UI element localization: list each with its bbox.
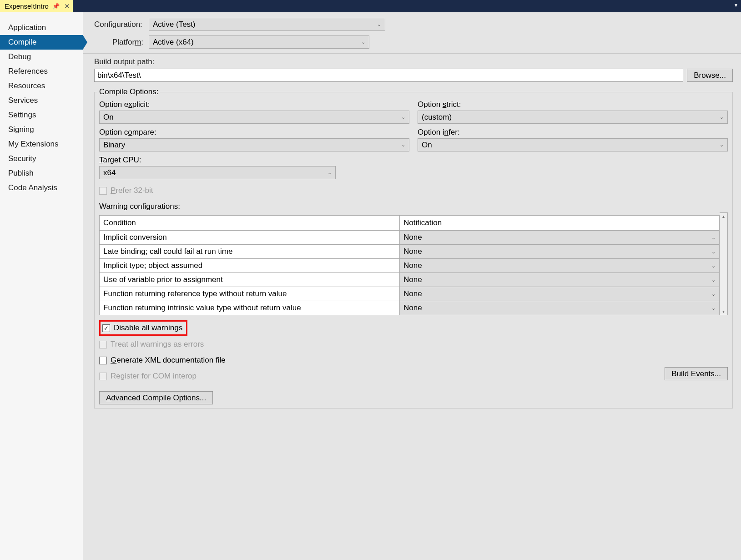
notification-combo[interactable]: None⌄ <box>400 259 719 272</box>
condition-cell: Use of variable prior to assignment <box>100 273 400 287</box>
compile-options-legend: Compile Options: <box>97 87 160 96</box>
condition-cell: Implicit type; object assumed <box>100 259 400 273</box>
col-condition[interactable]: Condition <box>100 216 400 231</box>
sidebar-item-compile[interactable]: Compile <box>0 35 83 50</box>
chevron-down-icon: ⌄ <box>328 170 332 176</box>
configuration-label: Configuration: <box>94 20 149 29</box>
register-com-checkbox <box>99 373 107 380</box>
advanced-compile-button[interactable]: Advanced Compile Options... <box>99 391 213 404</box>
chevron-down-icon: ⌄ <box>711 249 716 255</box>
sidebar-item-signing[interactable]: Signing <box>0 122 83 137</box>
titlebar: ExpenseItIntro 📌 ✕ ▼ <box>0 0 741 12</box>
generate-xml-checkbox[interactable] <box>99 357 107 364</box>
option-compare-combo[interactable]: Binary⌄ <box>99 138 409 151</box>
condition-cell: Function returning intrinsic value type … <box>100 301 400 315</box>
treat-errors-checkbox <box>99 341 107 348</box>
chevron-down-icon: ⌄ <box>711 291 716 297</box>
chevron-down-icon: ⌄ <box>401 114 405 120</box>
sidebar: Application Compile Debug References Res… <box>0 12 83 560</box>
sidebar-item-application[interactable]: Application <box>0 20 83 35</box>
sidebar-item-codeanalysis[interactable]: Code Analysis <box>0 181 83 195</box>
chevron-down-icon: ⌄ <box>377 21 381 27</box>
compile-options-group: Compile Options: Option explicit: On⌄ Op… <box>94 87 733 409</box>
disable-warnings-label: Disable all warnings <box>114 323 182 333</box>
configuration-value: Active (Test) <box>153 20 196 29</box>
notification-combo[interactable]: None⌄ <box>400 301 719 315</box>
divider <box>83 53 741 54</box>
build-output-label: Build output path: <box>94 57 733 66</box>
table-row: Implicit conversion None⌄ <box>100 231 720 245</box>
chevron-down-icon: ⌄ <box>720 114 724 120</box>
option-strict-combo[interactable]: (custom)⌄ <box>418 111 728 124</box>
chevron-down-icon: ⌄ <box>711 305 716 311</box>
chevron-down-icon: ⌄ <box>711 277 716 283</box>
browse-button[interactable]: Browse... <box>687 69 733 82</box>
chevron-down-icon: ⌄ <box>401 142 405 148</box>
platform-label: Platform: <box>112 38 149 47</box>
target-cpu-combo[interactable]: x64⌄ <box>99 166 336 179</box>
tab-dropdown-icon[interactable]: ▼ <box>734 3 738 8</box>
disable-warnings-checkbox[interactable] <box>102 324 110 332</box>
treat-errors-label: Treat all warnings as errors <box>111 340 204 349</box>
col-notification[interactable]: Notification <box>400 216 720 231</box>
configuration-combo[interactable]: Active (Test) ⌄ <box>149 18 385 31</box>
scrollbar[interactable]: ▴▾ <box>720 212 728 315</box>
sidebar-item-settings[interactable]: Settings <box>0 108 83 122</box>
chevron-down-icon: ⌄ <box>711 235 716 241</box>
chevron-down-icon: ⌄ <box>720 142 724 148</box>
option-infer-combo[interactable]: On⌄ <box>418 138 728 151</box>
sidebar-item-references[interactable]: References <box>0 64 83 79</box>
option-compare-label: Option compare: <box>99 128 409 137</box>
generate-xml-label: Generate XML documentation file <box>111 356 226 365</box>
table-row: Late binding; call could fail at run tim… <box>100 245 720 259</box>
table-row: Use of variable prior to assignment None… <box>100 273 720 287</box>
build-output-input[interactable] <box>94 69 683 82</box>
chevron-down-icon: ⌄ <box>361 39 365 45</box>
pin-icon[interactable]: 📌 <box>52 3 60 10</box>
option-explicit-label: Option explicit: <box>99 100 409 109</box>
document-tab[interactable]: ExpenseItIntro 📌 ✕ <box>0 0 73 12</box>
sidebar-item-publish[interactable]: Publish <box>0 166 83 181</box>
table-row: Function returning intrinsic value type … <box>100 301 720 315</box>
warning-table: Condition Notification Implicit conversi… <box>99 215 720 315</box>
notification-combo[interactable]: None⌄ <box>400 287 719 301</box>
option-explicit-combo[interactable]: On⌄ <box>99 111 409 124</box>
build-events-button[interactable]: Build Events... <box>665 367 728 380</box>
warning-config-label: Warning configurations: <box>99 202 728 211</box>
platform-value: Active (x64) <box>153 38 194 47</box>
tab-title: ExpenseItIntro <box>5 2 49 10</box>
sidebar-item-security[interactable]: Security <box>0 151 83 166</box>
condition-cell: Late binding; call could fail at run tim… <box>100 245 400 259</box>
platform-combo[interactable]: Active (x64) ⌄ <box>149 35 369 49</box>
condition-cell: Implicit conversion <box>100 231 400 245</box>
option-infer-label: Option infer: <box>418 128 728 137</box>
condition-cell: Function returning reference type withou… <box>100 287 400 301</box>
sidebar-item-resources[interactable]: Resources <box>0 79 83 93</box>
sidebar-item-services[interactable]: Services <box>0 93 83 108</box>
chevron-down-icon: ⌄ <box>711 263 716 269</box>
table-row: Implicit type; object assumed None⌄ <box>100 259 720 273</box>
disable-warnings-highlight: Disable all warnings <box>99 320 187 336</box>
sidebar-item-myextensions[interactable]: My Extensions <box>0 137 83 151</box>
target-cpu-label: Target CPU: <box>99 156 728 165</box>
register-com-label: Register for COM interop <box>111 372 197 381</box>
prefer-32bit-label: Prefer 32-bit <box>111 186 153 195</box>
table-row: Function returning reference type withou… <box>100 287 720 301</box>
notification-combo[interactable]: None⌄ <box>400 273 719 287</box>
sidebar-item-debug[interactable]: Debug <box>0 50 83 64</box>
option-strict-label: Option strict: <box>418 100 728 109</box>
notification-combo[interactable]: None⌄ <box>400 245 719 258</box>
prefer-32bit-checkbox <box>99 187 107 195</box>
notification-combo[interactable]: None⌄ <box>400 231 719 244</box>
close-icon[interactable]: ✕ <box>64 2 70 10</box>
main-panel: Configuration: Active (Test) ⌄ Platform:… <box>83 12 741 560</box>
